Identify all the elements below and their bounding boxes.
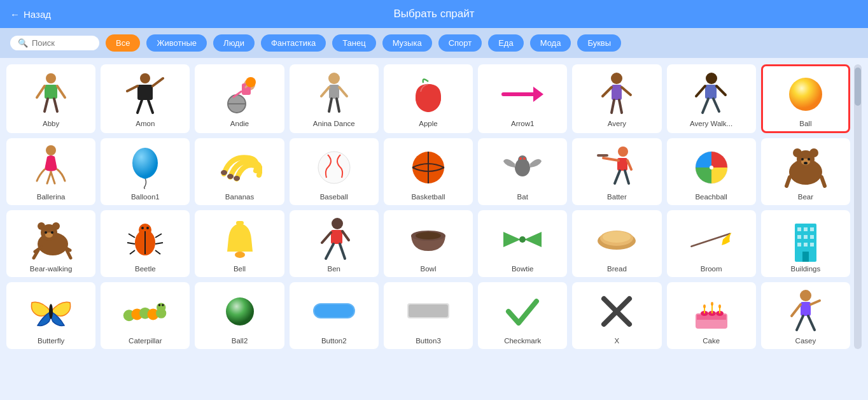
sprite-label: Andie <box>230 120 249 127</box>
filter-btn-dance[interactable]: Танец <box>332 34 375 52</box>
filter-btn-animals[interactable]: Животные <box>146 34 207 52</box>
filter-btn-people[interactable]: Люди <box>213 34 255 52</box>
sprite-card[interactable]: Andie <box>195 64 284 133</box>
sprite-card[interactable]: Baseball <box>290 138 379 205</box>
sprite-card[interactable]: Bananas <box>195 138 284 205</box>
svg-point-104 <box>519 236 526 243</box>
svg-point-68 <box>808 158 810 161</box>
sprite-card[interactable]: Buildings <box>761 210 850 277</box>
sprite-card[interactable]: Bowl <box>384 210 473 277</box>
sprite-card[interactable]: Beetle <box>101 210 190 277</box>
svg-rect-114 <box>804 235 808 239</box>
scrollbar-thumb[interactable] <box>855 68 861 106</box>
sprite-icon <box>217 289 263 334</box>
sprite-card[interactable]: Bear-walking <box>6 210 95 277</box>
sprite-label: Ben <box>328 265 340 273</box>
sprite-label: Buildings <box>791 265 821 273</box>
sprite-icon <box>783 217 829 262</box>
sprite-card[interactable]: Broom <box>667 210 756 277</box>
sprite-card[interactable]: Basketball <box>384 138 473 205</box>
sprite-card[interactable]: Bell <box>195 210 284 277</box>
sprite-label: Arrow1 <box>511 120 534 127</box>
sprite-icon <box>594 217 640 262</box>
sprite-card[interactable]: Cake <box>667 282 756 349</box>
sprite-card[interactable]: Button3 <box>384 282 473 349</box>
svg-rect-35 <box>705 85 717 99</box>
sprite-icon <box>500 217 545 262</box>
sprite-card[interactable]: Button2 <box>290 282 379 349</box>
sprite-card[interactable]: Bear <box>761 138 850 205</box>
svg-point-145 <box>711 302 713 306</box>
sprite-icon <box>28 71 74 117</box>
svg-line-89 <box>155 234 162 238</box>
sprite-label: Bat <box>517 193 528 201</box>
sprite-card[interactable]: Avery <box>572 64 661 133</box>
sprite-label: Beachball <box>695 193 727 201</box>
sprite-card[interactable]: Butterfly <box>6 282 95 349</box>
sprite-label: Baseball <box>320 193 348 201</box>
svg-point-126 <box>157 303 165 311</box>
sprite-icon <box>28 289 74 334</box>
filter-btn-food[interactable]: Еда <box>488 34 524 52</box>
sprite-card[interactable]: Batter <box>572 138 661 205</box>
svg-line-150 <box>811 301 820 304</box>
sprite-card[interactable]: Caterpillar <box>101 282 190 349</box>
sprite-card[interactable]: Bowtie <box>478 210 567 277</box>
search-box[interactable]: 🔍 <box>10 36 99 50</box>
filter-btn-letters[interactable]: Буквы <box>577 34 621 52</box>
filter-btn-all[interactable]: Все <box>106 34 140 52</box>
svg-line-58 <box>615 171 620 183</box>
sprite-icon <box>783 145 829 190</box>
svg-line-39 <box>713 99 719 111</box>
sprite-card[interactable]: Ball <box>761 64 850 133</box>
svg-point-96 <box>332 218 343 229</box>
sprite-card[interactable]: Ballerina <box>6 138 95 205</box>
sprite-icon <box>689 217 734 262</box>
sprite-label: Bananas <box>225 193 254 201</box>
svg-rect-0 <box>46 73 56 83</box>
sprite-card[interactable]: Balloon1 <box>101 138 190 205</box>
svg-point-95 <box>235 252 245 258</box>
filter-btn-fantasy[interactable]: Фантастика <box>261 34 326 52</box>
sprite-card[interactable]: Apple <box>384 64 473 133</box>
svg-rect-1 <box>45 85 57 99</box>
sprite-card[interactable]: Beachball <box>667 138 756 205</box>
sprite-card[interactable]: Casey <box>761 282 850 349</box>
sprite-card[interactable]: Anina Dance <box>290 64 379 133</box>
sprite-icon <box>783 71 829 117</box>
sprite-icon <box>689 71 734 117</box>
filter-btn-music[interactable]: Музыка <box>382 34 432 52</box>
svg-line-2 <box>37 86 45 97</box>
scrollbar[interactable] <box>854 64 862 349</box>
svg-point-67 <box>801 158 804 161</box>
filter-btn-sport[interactable]: Спорт <box>438 34 482 52</box>
sprite-icon <box>217 217 263 262</box>
sprite-card[interactable]: Ben <box>290 210 379 277</box>
svg-line-86 <box>129 234 135 238</box>
sprite-card[interactable]: Checkmark <box>478 282 567 349</box>
sprite-label: Bear <box>798 193 813 201</box>
search-icon: 🔍 <box>18 38 28 48</box>
sprite-card[interactable]: Amon <box>101 64 190 133</box>
svg-point-43 <box>221 170 227 175</box>
sprite-card[interactable]: X <box>572 282 661 349</box>
sprite-card[interactable]: Ball2 <box>195 282 284 349</box>
page-title: Выбрать спрайт <box>393 8 474 20</box>
sprite-card[interactable]: Abby <box>6 64 95 133</box>
svg-line-23 <box>329 99 332 111</box>
filter-btn-fashion[interactable]: Мода <box>530 34 571 52</box>
svg-point-78 <box>51 231 53 234</box>
sprite-card[interactable]: Bat <box>478 138 567 205</box>
sprite-icon <box>217 145 263 190</box>
svg-line-31 <box>622 87 631 95</box>
back-button[interactable]: ← Назад <box>10 9 51 20</box>
sprite-icon <box>28 217 74 262</box>
sprite-card[interactable]: Bread <box>572 210 661 277</box>
sprite-label: Button2 <box>321 337 347 345</box>
search-input[interactable] <box>32 38 95 48</box>
sprite-card[interactable]: Avery Walk... <box>667 64 756 133</box>
sprite-icon <box>594 71 640 117</box>
sprite-card[interactable]: Arrow1 <box>478 64 567 133</box>
svg-point-147 <box>800 290 811 301</box>
svg-line-10 <box>137 100 142 113</box>
